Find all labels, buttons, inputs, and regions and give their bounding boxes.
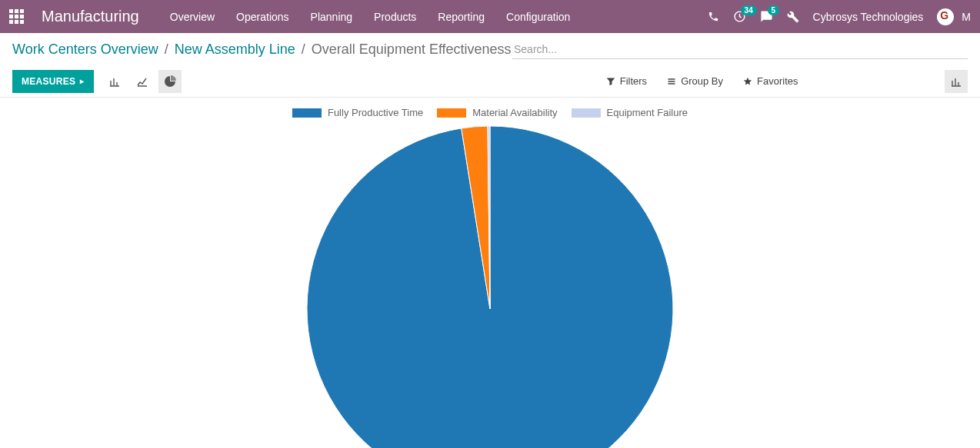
groupby-button[interactable]: Group By <box>667 75 723 87</box>
username[interactable]: Cybrosys Technologies <box>813 11 924 23</box>
measures-button[interactable]: MEASURES ▸ <box>12 70 94 93</box>
pie-chart <box>305 124 675 448</box>
legend-label: Fully Productive Time <box>328 107 423 118</box>
chat-badge: 5 <box>768 5 780 15</box>
apps-icon[interactable] <box>8 8 26 26</box>
app-brand[interactable]: Manufacturing <box>42 8 139 25</box>
caret-right-icon: ▸ <box>80 77 84 85</box>
funnel-icon <box>606 77 615 86</box>
toolbar: MEASURES ▸ Filters Group By Favorites <box>0 65 980 98</box>
bc-oee: Overall Equipment Effectiveness <box>312 41 512 58</box>
chat-icon[interactable]: 5 <box>760 10 773 23</box>
legend-label: Material Availability <box>472 107 557 118</box>
graph-view-icon[interactable] <box>945 70 968 93</box>
search-input[interactable] <box>512 40 968 58</box>
star-icon <box>743 77 752 86</box>
filters-button[interactable]: Filters <box>606 75 647 87</box>
legend: Fully Productive Time Material Availabil… <box>0 107 980 118</box>
swatch-material <box>437 108 466 118</box>
groupby-label: Group By <box>681 75 723 87</box>
list-icon <box>667 77 676 86</box>
search-wrap <box>512 40 968 59</box>
navbar: Manufacturing Overview Operations Planni… <box>0 0 980 33</box>
user-initial: M <box>962 11 971 23</box>
activity-badge: 34 <box>741 5 757 15</box>
legend-item-failure[interactable]: Equipment Failure <box>572 107 688 118</box>
nav-reporting[interactable]: Reporting <box>438 11 485 23</box>
bc-sep: / <box>165 41 168 58</box>
breadcrumb-row: Work Centers Overview / New Assembly Lin… <box>0 33 980 65</box>
filter-bar: Filters Group By Favorites <box>606 75 798 87</box>
nav-operations[interactable]: Operations <box>236 11 288 23</box>
nav-products[interactable]: Products <box>374 11 416 23</box>
measures-label: MEASURES <box>22 76 75 87</box>
nav-overview[interactable]: Overview <box>170 11 215 23</box>
legend-item-material[interactable]: Material Availability <box>437 107 557 118</box>
chart-area: Fully Productive Time Material Availabil… <box>0 98 980 448</box>
pie-wrap <box>0 124 980 448</box>
swatch-failure <box>572 108 601 118</box>
chart-view-buttons <box>103 70 182 93</box>
settings-icon[interactable] <box>787 11 799 23</box>
bc-sep: / <box>302 41 305 58</box>
favorites-button[interactable]: Favorites <box>743 75 798 87</box>
legend-item-productive[interactable]: Fully Productive Time <box>292 107 423 118</box>
favorites-label: Favorites <box>757 75 798 87</box>
phone-icon[interactable] <box>708 11 719 22</box>
breadcrumb: Work Centers Overview / New Assembly Lin… <box>12 41 512 58</box>
activity-icon[interactable]: 34 <box>733 10 746 23</box>
legend-label: Equipment Failure <box>607 107 688 118</box>
bc-new-assembly[interactable]: New Assembly Line <box>175 41 295 58</box>
pie-chart-icon[interactable] <box>158 70 182 93</box>
swatch-productive <box>292 108 322 118</box>
line-chart-icon[interactable] <box>131 70 154 93</box>
avatar[interactable] <box>937 8 954 25</box>
filters-label: Filters <box>620 75 647 87</box>
nav-configuration[interactable]: Configuration <box>506 11 570 23</box>
navbar-right: 34 5 Cybrosys Technologies M <box>708 8 971 25</box>
bc-work-centers[interactable]: Work Centers Overview <box>12 41 158 58</box>
nav-items: Overview Operations Planning Products Re… <box>170 11 708 23</box>
nav-planning[interactable]: Planning <box>311 11 353 23</box>
bar-chart-icon[interactable] <box>103 70 126 93</box>
